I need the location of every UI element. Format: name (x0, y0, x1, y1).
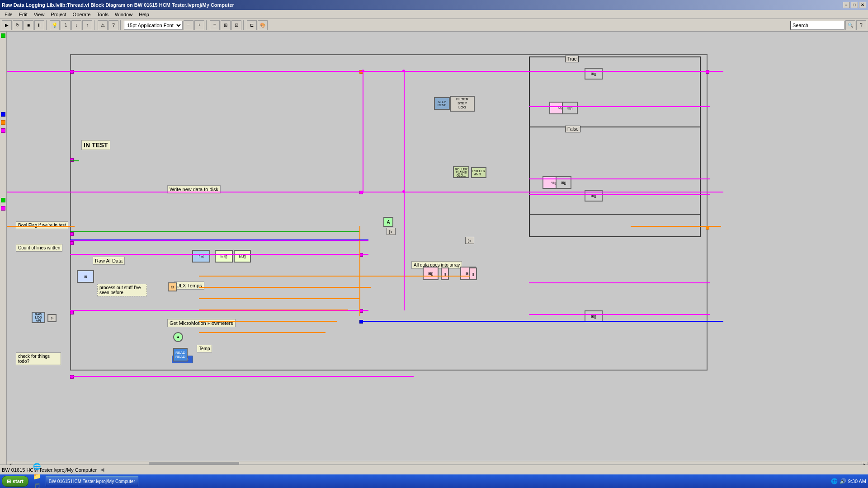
wire-mid-3 (70, 240, 368, 241)
active-window-button[interactable]: BW 01615 HCM Tester.lvproj/My Computer (46, 476, 138, 486)
left-panel (0, 32, 7, 468)
false-case-structure (529, 127, 701, 215)
arrow-block-2: ▷ (465, 237, 474, 244)
node-3 (402, 190, 405, 193)
wire-orange-right-1 (631, 226, 721, 227)
align-button[interactable]: ≡ (210, 20, 220, 30)
sep2 (94, 20, 96, 30)
wire-green-2 (70, 160, 79, 161)
format-2[interactable]: bld[] (234, 250, 251, 263)
filter-step-block[interactable]: FILTERSTEPLOG (450, 96, 475, 112)
title-bar: Raw Data Logging Lib.lvlib:Thread.vi Blo… (0, 0, 868, 10)
step-out-button[interactable]: ↑ (82, 20, 92, 30)
wire-blue-1 (70, 239, 368, 240)
raw-sub-block[interactable]: ▷ (47, 314, 57, 322)
right-array-1[interactable]: ⊞[] (585, 68, 603, 80)
wire-mid-1 (7, 192, 368, 192)
context-help-button[interactable]: ? (108, 20, 118, 30)
step-resp-block[interactable]: STEPRESP (434, 97, 450, 110)
wire-case-4 (529, 282, 710, 283)
time-display: 9:30 AM (848, 479, 866, 484)
wire-case-5 (529, 314, 710, 315)
false-case-selector[interactable]: False (565, 126, 580, 132)
step-into-button[interactable]: ↓ (71, 20, 81, 30)
font-selector[interactable]: 15pt Application Font (124, 21, 183, 30)
sep4 (206, 20, 208, 30)
menu-window[interactable]: Window (112, 11, 135, 18)
sep3 (120, 20, 122, 30)
menu-view[interactable]: View (31, 11, 47, 18)
true-case-selector[interactable]: True (565, 56, 579, 62)
folder-icon[interactable]: 📁 (32, 471, 42, 481)
pause-button[interactable]: ⏸ (34, 20, 44, 30)
resize-button[interactable]: ⊡ (231, 20, 241, 30)
maximize-button[interactable]: □ (851, 2, 858, 8)
tunnel-3 (70, 232, 74, 236)
menu-tools[interactable]: Tools (94, 11, 111, 18)
main-area: True False IN TEST Write new data to dis… (0, 32, 868, 468)
volume-icon: 🔊 (840, 478, 846, 484)
step-over-button[interactable]: ⤵ (61, 20, 71, 30)
warning-button[interactable]: ⚠ (98, 20, 108, 30)
wire-green-1 (70, 231, 359, 232)
node-1 (362, 70, 364, 72)
abort-button[interactable]: ■ (24, 20, 33, 30)
menu-edit[interactable]: Edit (16, 11, 30, 18)
minimize-button[interactable]: − (843, 2, 850, 8)
selector-block[interactable]: A (383, 217, 393, 227)
roller-ann-block[interactable]: ROLLERANN... (471, 167, 486, 178)
search-button[interactable]: 🔍 (845, 20, 855, 30)
windows-logo: ⊞ (7, 479, 11, 484)
menu-operate[interactable]: Operate (70, 11, 94, 18)
wire-orange-1 (199, 276, 470, 277)
build-array-2[interactable]: [] (441, 267, 449, 280)
roller-plains-block[interactable]: ROLLERPLAINSGLO... (453, 166, 469, 178)
temp-label: Temp (197, 345, 212, 352)
color-button[interactable]: 🎨 (258, 20, 268, 30)
menu-file[interactable]: File (2, 11, 15, 18)
read-data-block[interactable]: READREAD (173, 348, 188, 361)
indicator-5 (1, 198, 5, 202)
start-button[interactable]: ⊞ start (2, 476, 28, 487)
sep5 (243, 20, 245, 30)
type-block-2[interactable]: ⊞[] (562, 102, 578, 114)
font-size-inc[interactable]: + (194, 20, 204, 30)
close-button[interactable]: ✕ (859, 2, 866, 8)
array-block-1[interactable]: ⊞ (77, 270, 94, 283)
menu-help[interactable]: Help (136, 11, 152, 18)
start-label: start (13, 479, 24, 484)
build-array-1[interactable]: ⊞[] (423, 267, 439, 280)
window-title: Raw Data Logging Lib.lvlib:Thread.vi Blo… (2, 2, 234, 8)
raw-vi-block[interactable]: RAWLOGAPI (32, 312, 45, 323)
wire-orange-top (7, 226, 75, 227)
help-button[interactable]: ? (856, 20, 866, 30)
index-array-1[interactable]: [] (469, 267, 477, 280)
flowmeter-block[interactable]: ● (173, 332, 183, 342)
font-size-dec[interactable]: − (184, 20, 193, 30)
wire-orange-4 (199, 310, 348, 310)
check-things-label: check for things todo? (16, 352, 61, 365)
media-icon[interactable]: 🎵 (32, 481, 42, 488)
distribute-button[interactable]: ⊞ (221, 20, 231, 30)
ulx-temp-block[interactable]: ⊡ (168, 282, 177, 291)
tunnel-5 (70, 311, 74, 314)
format-1[interactable]: fmt[] (215, 250, 233, 263)
sep1 (46, 20, 48, 30)
run-button[interactable]: ▶ (2, 20, 12, 30)
indicator-3 (1, 120, 5, 125)
diagram-canvas[interactable]: True False IN TEST Write new data to dis… (7, 32, 868, 468)
search-input[interactable] (790, 21, 844, 30)
in-test-label: IN TEST (81, 140, 110, 150)
bool-flag-label: Bool Flag if we're in test (16, 221, 68, 229)
wire-orange-3 (199, 298, 359, 299)
wire-orange-5 (199, 321, 337, 322)
run-continuously-button[interactable]: ↻ (13, 20, 23, 30)
format-3[interactable]: fmt (192, 250, 210, 263)
highlight-button[interactable]: 💡 (50, 20, 60, 30)
ie-icon[interactable]: 🌐 (32, 461, 42, 471)
toolbar: ▶ ↻ ■ ⏸ 💡 ⤵ ↓ ↑ ⚠ ? 15pt Application Fon… (0, 19, 868, 32)
menu-project[interactable]: Project (48, 11, 69, 18)
indicator-6 (1, 206, 5, 211)
wire-top-1 (7, 71, 364, 72)
cleanup-button[interactable]: ⊏ (247, 20, 257, 30)
